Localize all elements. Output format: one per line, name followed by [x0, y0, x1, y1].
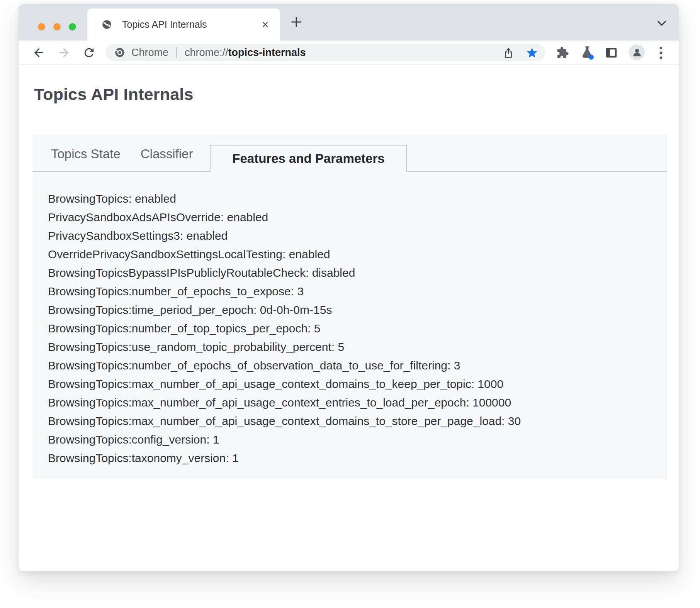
url-scheme: chrome:// [185, 47, 228, 58]
forward-icon[interactable] [57, 46, 71, 59]
window-minimize-button[interactable] [53, 23, 61, 30]
tab-close-icon[interactable] [261, 20, 270, 29]
origin-chip-label: Chrome [131, 47, 168, 59]
side-panel-icon[interactable] [605, 46, 618, 59]
page-title: Topics API Internals [34, 85, 194, 104]
tab-topics-state[interactable]: Topics State [51, 147, 121, 171]
feature-line: BrowsingTopics: enabled [48, 190, 652, 208]
profile-avatar[interactable] [629, 44, 645, 60]
feature-line: BrowsingTopics:number_of_epochs_to_expos… [48, 282, 652, 301]
url-host: topics-internals [228, 47, 306, 58]
feature-line: BrowsingTopicsBypassIPIsPubliclyRoutable… [48, 264, 652, 282]
browser-tab[interactable]: Topics API Internals [87, 8, 280, 41]
chrome-logo-icon [114, 47, 125, 58]
feature-line: BrowsingTopics:number_of_top_topics_per_… [48, 319, 652, 338]
tab-features-and-parameters[interactable]: Features and Parameters [210, 145, 407, 172]
feature-line: BrowsingTopics:use_random_topic_probabil… [48, 338, 652, 356]
omnibox-divider [176, 47, 177, 58]
feature-line: PrivacySandboxSettings3: enabled [48, 227, 652, 245]
feature-line: BrowsingTopics:max_number_of_api_usage_c… [48, 375, 652, 393]
feature-line: BrowsingTopics:config_version: 1 [48, 430, 652, 449]
tab-favicon-globe-icon [102, 19, 112, 30]
feature-line: PrivacySandboxAdsAPIsOverride: enabled [48, 208, 652, 227]
browser-window: Topics API Internals [19, 4, 679, 571]
internals-panel: Topics State Classifier Features and Par… [32, 134, 667, 479]
url-text: chrome://topics-internals [185, 47, 306, 59]
window-controls [38, 23, 76, 30]
feature-line: BrowsingTopics:number_of_epochs_of_obser… [48, 356, 652, 375]
bookmark-star-icon[interactable] [526, 47, 538, 59]
back-icon[interactable] [32, 46, 46, 59]
feature-line: BrowsingTopics:max_number_of_api_usage_c… [48, 412, 652, 430]
kebab-menu-icon[interactable] [659, 46, 663, 60]
tab-strip: Topics API Internals [19, 4, 679, 41]
feature-line: BrowsingTopics:taxonomy_version: 1 [48, 449, 652, 467]
feature-line: BrowsingTopics:max_number_of_api_usage_c… [48, 393, 652, 412]
reload-icon[interactable] [82, 46, 96, 59]
browser-toolbar: Chrome chrome://topics-internals [19, 41, 679, 65]
feature-line: OverridePrivacySandboxSettingsLocalTesti… [48, 245, 652, 264]
extensions-puzzle-icon[interactable] [556, 46, 569, 59]
tab-classifier[interactable]: Classifier [141, 147, 193, 171]
tab-strip-chevron-icon[interactable] [657, 20, 667, 26]
tab-title: Topics API Internals [122, 19, 280, 30]
feature-line: BrowsingTopics:time_period_per_epoch: 0d… [48, 301, 652, 319]
page-content: Topics API Internals Topics State Classi… [19, 65, 679, 571]
internals-tab-row: Topics State Classifier Features and Par… [32, 134, 667, 172]
experiments-flask-icon[interactable] [580, 46, 595, 60]
new-tab-button[interactable] [289, 15, 304, 29]
feature-list: BrowsingTopics: enabledPrivacySandboxAds… [32, 172, 667, 467]
window-zoom-button[interactable] [69, 23, 76, 30]
address-bar[interactable]: Chrome chrome://topics-internals [105, 44, 545, 61]
share-icon[interactable] [503, 47, 514, 59]
window-close-button[interactable] [38, 23, 45, 30]
